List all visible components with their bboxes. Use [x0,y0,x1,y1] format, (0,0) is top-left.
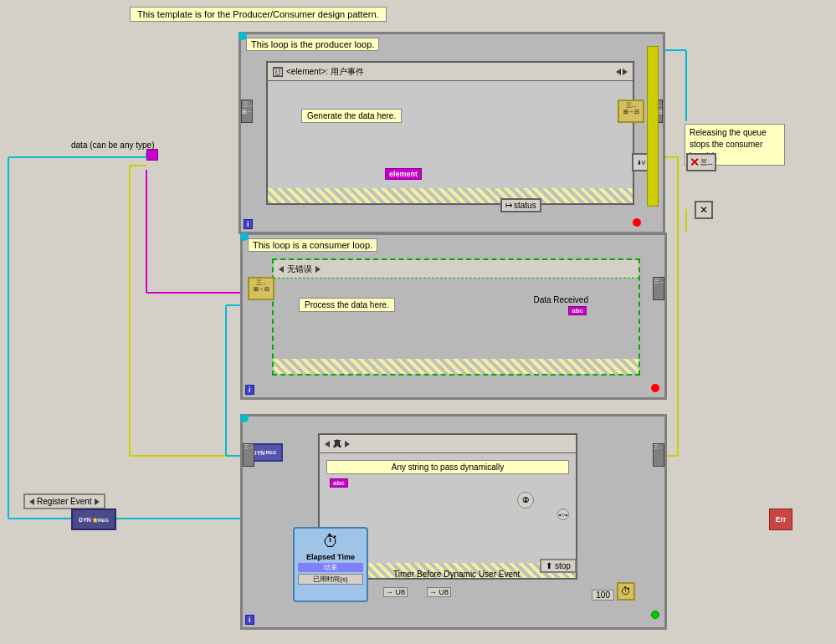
consumer-inner: 无错误 Process the data here. Data Received… [272,258,640,376]
status-node: ↦ status [500,198,541,212]
crosshair-node: ✕ [695,201,713,219]
third-sr-left: 三... [243,443,254,467]
no-error-header: 无错误 [274,260,639,279]
error-out: Err [769,509,792,530]
producer-stripe [268,188,633,203]
timer-node: ⏱ [617,582,635,601]
elapsed-time-node: ⏱ Elapsed Time 结束 已用时间(s) [293,527,368,602]
generate-data: Generate the data here. [301,109,402,123]
event-structure: [1] <element>: 用户事件 Generate the data he… [266,61,634,205]
timer-label: Timer Before Dynamic User Event [393,570,520,579]
third-loop: 真 Any string to pass dynamically abc ② •… [240,414,667,630]
stop-button[interactable]: ⬆ stop [540,559,577,573]
enqueue-node: 三... ⊞→⊟ [618,100,644,123]
consumer-sr-right: 三... [653,277,664,300]
case-abc: abc [330,478,348,488]
third-iter: i [245,615,254,625]
elapsed-time-row: 已用时间(s) [298,574,363,585]
data-received-label: Data Received [533,295,588,304]
main-canvas: This template is for the Producer/Consum… [0,0,836,644]
template-comment: This template is for the Producer/Consum… [130,7,387,22]
cyan-dot-2 [240,233,249,241]
us-node-2: → U8 [427,587,451,597]
dyreg-node: DYN⭐REG [71,509,116,530]
event-arrow [616,69,628,75]
release-node: ✕ 三... [686,153,716,171]
producer-stop-dot [633,218,644,230]
element-label: element [385,168,422,180]
data-received-abc: abc [568,306,587,315]
elapsed-time-sub: 结束 [298,563,363,572]
event-num: [1] [273,67,283,77]
consumer-label: This loop is a consumer loop. [248,238,377,252]
event-header: [1] <element>: 用户事件 [268,63,633,81]
case-dot: •○• [557,509,569,520]
sr-left-1: 三... ⊞→ [241,100,253,123]
process-data: Process the data here. [299,298,395,312]
consumer-loop: This loop is a consumer loop. 无错误 Proces… [240,233,667,400]
producer-iter: i [244,219,253,229]
data-terminal [146,149,158,161]
any-string-label: Any string to pass dynamically [326,460,569,474]
elapsed-time-label: Elapsed Time [306,553,355,561]
data-label: data (can be any type) [71,141,155,150]
case-header: 真 [320,435,576,453]
queue-wire-vertical [647,46,659,207]
producer-label: This loop is the producer loop. [246,38,379,51]
third-sr-right: 三... [653,443,664,467]
const-100: 100 [592,590,614,601]
dequeue-node: 三... ⊞→⊟ [248,277,274,300]
case-num: ② [517,492,534,509]
consumer-iter: i [245,385,254,395]
producer-loop: This loop is the producer loop. [1] <ele… [238,32,665,234]
register-event[interactable]: Register Event [23,493,105,509]
us-node-1: → U8 [383,587,408,597]
clock-icon: ⏱ [322,532,339,551]
cyan-dot-1 [238,32,247,40]
cyan-dot-3 [240,414,249,422]
consumer-stripe [274,359,639,374]
third-loop-stop-dot [651,611,659,619]
consumer-stop-dot [651,384,659,392]
